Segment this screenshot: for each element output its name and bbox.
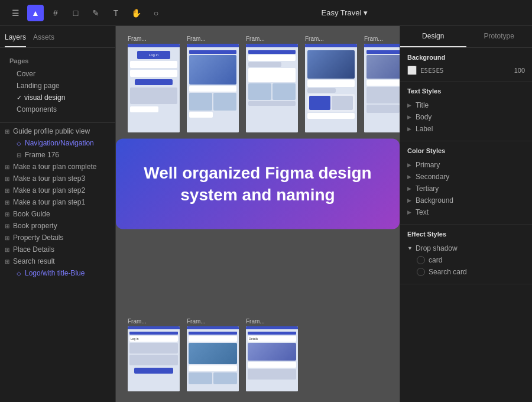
bg-color-swatch[interactable] — [407, 66, 417, 75]
effect-styles-section: Effect Styles ▼ Drop shadow card Search … — [400, 225, 532, 284]
diamond-icon-2: ◇ — [17, 270, 21, 277]
comment-tool-icon[interactable]: ○ — [148, 5, 164, 21]
text-style-body[interactable]: ▶ Body — [407, 111, 525, 123]
effect-card[interactable]: card — [407, 254, 525, 266]
frame-search-result[interactable]: Fram... — [246, 35, 298, 132]
prototype-tab[interactable]: Prototype — [466, 26, 533, 47]
arrow-icon-8: ▶ — [407, 209, 413, 215]
arrow-icon-9: ▼ — [407, 245, 413, 251]
main-layout: Layers Assets Pages Cover Landing page ✓… — [0, 26, 532, 402]
grid-icon: ⊞ — [5, 128, 9, 135]
overlay-banner: Well organized Figma design system and n… — [116, 139, 400, 229]
layer-guide-profile[interactable]: ⊞ Guide profile public view — [0, 125, 115, 137]
text-style-label[interactable]: ▶ Label — [407, 123, 525, 135]
arrow-icon-2: ▶ — [407, 114, 413, 120]
layer-property-details[interactable]: ⊞ Property Details — [0, 232, 115, 244]
assets-tab[interactable]: Assets — [33, 31, 54, 47]
grid-icon-3: ⊞ — [5, 176, 9, 182]
menu-icon[interactable]: ☰ — [7, 5, 24, 21]
divider — [0, 122, 115, 123]
grid-icon-6: ⊞ — [5, 211, 9, 218]
page-cover[interactable]: Cover — [5, 68, 111, 80]
text-tool-icon[interactable]: T — [108, 5, 124, 21]
page-components[interactable]: Components — [5, 103, 111, 115]
project-dropdown-icon: ▾ — [364, 8, 368, 17]
bottom-frames-row: Fram... Log in Fram... — [116, 309, 400, 396]
right-panel-tabs: Design Prototype — [400, 26, 532, 48]
arrow-icon-3: ▶ — [407, 126, 413, 132]
grid-icon-4: ⊞ — [5, 187, 9, 194]
move-tool-icon[interactable]: ▲ — [27, 5, 44, 21]
bg-row: E5E5E5 100 — [407, 66, 525, 75]
color-style-background[interactable]: ▶ Background — [407, 194, 525, 206]
text-style-title[interactable]: ▶ Title — [407, 99, 525, 111]
diamond-icon: ◇ — [17, 140, 21, 147]
background-section: Background E5E5E5 100 — [400, 48, 532, 82]
right-panel-content: Background E5E5E5 100 Text Styles ▶ Titl… — [400, 48, 532, 402]
effect-drop-shadow-group[interactable]: ▼ Drop shadow — [407, 242, 525, 254]
canvas-area[interactable]: Fram... Log in — [116, 26, 400, 402]
shape-tool-icon[interactable]: □ — [67, 5, 84, 21]
text-styles-section: Text Styles ▶ Title ▶ Body ▶ Label — [400, 82, 532, 141]
frame-place-details[interactable]: Fram... — [305, 35, 357, 132]
arrow-icon-5: ▶ — [407, 174, 413, 180]
grid-icon-8: ⊞ — [5, 235, 9, 241]
table-icon: ⊟ — [17, 152, 21, 158]
layer-logo[interactable]: ◇ Logo/with title-Blue — [0, 267, 115, 279]
panel-tabs: Layers Assets — [0, 26, 115, 48]
layer-navigation[interactable]: ◇ Navigation/Navigation — [0, 137, 115, 149]
page-visual-design[interactable]: ✓ visual design — [5, 92, 111, 103]
grid-icon-10: ⊞ — [5, 258, 9, 265]
layer-book-property[interactable]: ⊞ Book property — [0, 220, 115, 232]
design-tab[interactable]: Design — [400, 26, 466, 47]
layer-book-guide[interactable]: ⊞ Book Guide — [0, 208, 115, 220]
layer-tour-complete[interactable]: ⊞ Make a tour plan complete — [0, 161, 115, 173]
frame-bottom-details[interactable]: Fram... Details — [246, 318, 298, 391]
project-name[interactable]: Easy Travel ▾ — [322, 8, 368, 17]
effect-circle-2 — [417, 268, 425, 276]
hand-tool-icon[interactable]: ✋ — [128, 5, 144, 21]
color-style-secondary[interactable]: ▶ Secondary — [407, 171, 525, 183]
right-panel: Design Prototype Background E5E5E5 100 T… — [400, 26, 532, 402]
color-style-text[interactable]: ▶ Text — [407, 206, 525, 218]
color-styles-title: Color Styles — [407, 147, 525, 154]
effect-search-card[interactable]: Search card — [407, 266, 525, 278]
canvas-bg: Fram... Log in — [116, 26, 400, 402]
toolbar-left: ☰ ▲ # □ ✎ T ✋ ○ — [7, 5, 164, 21]
layer-frame176[interactable]: ⊟ Frame 176 — [0, 149, 115, 161]
background-title: Background — [407, 54, 525, 61]
page-landing[interactable]: Landing page — [5, 80, 111, 92]
project-name-label: Easy Travel — [322, 8, 362, 17]
layer-place-details[interactable]: ⊞ Place Details — [0, 244, 115, 255]
top-frames-row: Fram... Log in — [116, 26, 400, 137]
layer-tour-step2[interactable]: ⊞ Make a tour plan step2 — [0, 184, 115, 196]
color-style-tertiary[interactable]: ▶ Tertiary — [407, 183, 525, 194]
layer-search-result[interactable]: ⊞ Search result — [0, 255, 115, 267]
frame-bottom-bookings[interactable]: Fram... — [187, 318, 239, 391]
left-panel: Layers Assets Pages Cover Landing page ✓… — [0, 26, 116, 402]
bg-color-value: E5E5E5 — [420, 67, 444, 74]
frame-login[interactable]: Fram... Log in — [128, 35, 180, 132]
frame-bottom-login[interactable]: Fram... Log in — [128, 318, 180, 391]
color-style-primary[interactable]: ▶ Primary — [407, 159, 525, 171]
arrow-icon-7: ▶ — [407, 197, 413, 203]
overlay-text: Well organized Figma design system and n… — [134, 163, 382, 206]
toolbar: ☰ ▲ # □ ✎ T ✋ ○ Easy Travel ▾ — [0, 0, 532, 26]
pen-tool-icon[interactable]: ✎ — [87, 5, 104, 21]
layer-tour-step1[interactable]: ⊞ Make a tour plan step1 — [0, 196, 115, 208]
text-styles-title: Text Styles — [407, 87, 525, 95]
frame-property[interactable]: Fram... — [364, 35, 400, 132]
layers-tab[interactable]: Layers — [5, 31, 26, 47]
color-styles-section: Color Styles ▶ Primary ▶ Secondary ▶ Ter… — [400, 141, 532, 225]
grid-icon-9: ⊞ — [5, 247, 9, 253]
effect-circle-1 — [417, 256, 425, 264]
bg-opacity: 100 — [514, 67, 525, 74]
pages-label: Pages — [5, 55, 111, 67]
effect-styles-title: Effect Styles — [407, 231, 525, 238]
panel-content: Pages Cover Landing page ✓ visual design… — [0, 48, 115, 402]
frame-tool-icon[interactable]: # — [47, 5, 64, 21]
frame-home[interactable]: Fram... — [187, 35, 239, 132]
layer-tour-step3[interactable]: ⊞ Make a tour plan step3 — [0, 173, 115, 184]
toolbar-center: Easy Travel ▾ — [169, 8, 520, 17]
arrow-icon-6: ▶ — [407, 186, 413, 192]
